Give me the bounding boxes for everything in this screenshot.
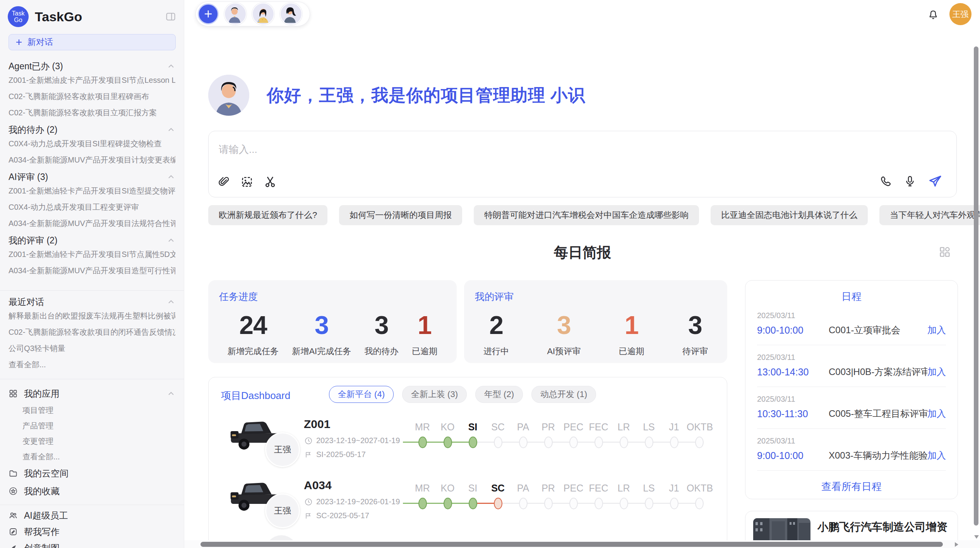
milestone-dot[interactable] <box>444 498 452 509</box>
app-item[interactable]: 项目管理 <box>9 402 175 418</box>
vertical-scrollbar-thumb[interactable] <box>974 46 978 526</box>
suggestion-chip[interactable]: 欧洲新规最近颁布了什么? <box>208 205 327 225</box>
milestone-dot[interactable] <box>469 498 477 509</box>
milestone-dot[interactable] <box>519 437 528 448</box>
sidebar-item[interactable]: A034-全新新能源MUV产品开发项目法规符合性评审 <box>9 215 175 231</box>
join-link[interactable]: 加入 <box>927 408 946 420</box>
sidebar-item[interactable]: A034-全新新能源MUV产品开发项目计划变更表编写 <box>9 152 175 168</box>
milestone-dot[interactable] <box>670 437 678 448</box>
join-link[interactable]: 加入 <box>927 366 946 378</box>
scroll-right-arrow-icon[interactable] <box>955 542 958 547</box>
sidebar-item[interactable]: C02-飞腾新能源轻客改款项目立项汇报方案 <box>9 104 175 121</box>
section-header-recent-chats[interactable]: 最近对话 <box>9 296 175 308</box>
section-header-ai-review[interactable]: AI评审 (3) <box>9 171 175 183</box>
scissors-screenshot-icon[interactable] <box>264 175 277 188</box>
scroll-down-arrow-icon[interactable] <box>974 535 979 539</box>
view-all-schedule-link[interactable]: 查看所有日程 <box>757 471 946 503</box>
suggestion-chip[interactable]: 当下年轻人对汽车外观有怎样的喜好趋势 <box>879 205 980 225</box>
image-upload-icon[interactable] <box>240 175 254 188</box>
notifications-bell-icon[interactable] <box>927 8 939 21</box>
app-item[interactable]: 变更管理 <box>9 433 175 449</box>
milestone-dot[interactable] <box>569 437 578 448</box>
user-avatar[interactable]: 王强 <box>949 3 971 25</box>
my-apps-header[interactable]: 我的应用 <box>9 385 175 402</box>
join-link[interactable]: 加入 <box>927 324 946 336</box>
milestone-dot[interactable] <box>519 498 528 509</box>
add-agent-button[interactable] <box>198 3 219 24</box>
send-icon[interactable] <box>928 174 942 188</box>
sidebar-item[interactable]: C02-飞腾新能源轻客改款项目里程碑画布 <box>9 88 175 104</box>
sidebar-item[interactable]: A034-全新新能源MUV产品开发项目造型可行性评审 <box>9 262 175 279</box>
stat: 24新增完成任务 <box>228 310 279 357</box>
milestone-dot[interactable] <box>494 498 502 509</box>
schedule-item: 2025/03/11 9:00-10:00 C001-立项审批会 加入 <box>757 303 946 345</box>
main-content: 王强 你好，王强，我是你的项目管理助理 小识 请输入... <box>184 0 980 548</box>
horizontal-scrollbar-thumb[interactable] <box>200 542 943 547</box>
milestone-dot[interactable] <box>444 437 452 448</box>
sidebar-item[interactable]: C0X4-动力总成开发项目SI里程碑提交物检查 <box>9 135 175 152</box>
suggestion-chip[interactable]: 如何写一份清晰的项目周报 <box>339 205 462 225</box>
suggestion-chip[interactable]: 特朗普可能对进口汽车增税会对中国车企造成哪些影响 <box>474 205 699 225</box>
tab-model-year[interactable]: 年型 (2) <box>475 386 523 403</box>
write-square-icon <box>9 527 18 536</box>
milestone-dot[interactable] <box>620 498 628 509</box>
milestone-dot[interactable] <box>469 437 477 448</box>
tool-ai-super-staff[interactable]: AI超级员工 <box>9 507 175 524</box>
chat-input[interactable]: 请输入... <box>219 143 257 156</box>
collapse-sidebar-icon[interactable] <box>165 11 176 22</box>
new-chat-button[interactable]: 新对话 <box>9 34 176 50</box>
agent-avatar-woman-icon[interactable] <box>252 3 274 25</box>
recent-chat-item[interactable]: 解释最新出台的欧盟报废车法规再生塑料比例被调至15%... <box>9 308 175 324</box>
project-row[interactable]: 王强 Z001 2023-12-19~2027-01-19 SI-2025-05… <box>209 414 727 472</box>
logo-text-bottom: Go <box>14 17 22 23</box>
section-header-my-review[interactable]: 我的评审 (2) <box>9 235 175 246</box>
sidebar-item[interactable]: C0X4-动力总成开发项目工程变更评审 <box>9 199 175 215</box>
section-header-agent-done[interactable]: Agent已办 (3) <box>9 60 175 72</box>
milestone-dot[interactable] <box>418 498 427 509</box>
agent-avatar-woman2-icon[interactable] <box>280 3 302 25</box>
agent-avatar-man-icon[interactable] <box>224 3 247 25</box>
milestone-dot[interactable] <box>569 498 578 509</box>
tab-new-body[interactable]: 全新上装 (3) <box>402 386 467 403</box>
section-header-my-todo[interactable]: 我的待办 (2) <box>9 124 175 135</box>
milestone-dot[interactable] <box>670 498 678 509</box>
my-cloud-space[interactable]: 我的云空间 <box>9 464 175 482</box>
view-all-apps-link[interactable]: 查看全部... <box>9 449 175 464</box>
milestone-dot[interactable] <box>418 437 427 448</box>
milestone-dot[interactable] <box>645 498 653 509</box>
milestone-dot[interactable] <box>544 498 553 509</box>
assistant-avatar-icon <box>208 75 249 116</box>
milestone-dot[interactable] <box>695 498 704 509</box>
my-favorites[interactable]: 我的收藏 <box>9 482 175 500</box>
recent-chat-item[interactable]: C02-飞腾新能源轻客改款项目的闭环通告反馈情况 <box>9 324 175 340</box>
recent-chat-item[interactable]: 公司Q3轻卡销量 <box>9 340 175 356</box>
suggestion-chip[interactable]: 比亚迪全固态电池计划具体说了什么 <box>711 205 868 225</box>
voice-call-icon[interactable] <box>880 175 892 187</box>
milestone-dot[interactable] <box>494 437 502 448</box>
attachment-paperclip-icon[interactable] <box>218 176 230 188</box>
tool-help-me-write[interactable]: 帮我写作 <box>9 524 175 540</box>
milestone-dot[interactable] <box>595 498 603 509</box>
sidebar-item[interactable]: Z001-全新燃油皮卡产品开发项目SI节点Lesson Learn报告 <box>9 72 175 88</box>
tab-powertrain[interactable]: 动总开发 (1) <box>531 386 596 403</box>
join-link[interactable]: 加入 <box>927 449 946 462</box>
layout-grid-icon[interactable] <box>938 245 951 259</box>
milestone-dot[interactable] <box>595 437 603 448</box>
microphone-icon[interactable] <box>904 175 916 187</box>
chevron-up-icon <box>167 236 175 245</box>
flag-icon <box>305 512 312 520</box>
milestone-dot[interactable] <box>645 437 653 448</box>
sidebar-item[interactable]: Z001-全新燃油轻卡产品开发项目SI节点属性5D文件评审 <box>9 246 175 262</box>
composer: 请输入... <box>208 131 957 197</box>
people-icon <box>9 511 18 520</box>
tab-new-platform[interactable]: 全新平台 (4) <box>329 386 394 403</box>
news-title: 小鹏飞行汽车制造公司增资 <box>817 520 947 534</box>
view-all-chats-link[interactable]: 查看全部... <box>9 356 175 373</box>
milestone-dot[interactable] <box>695 437 704 448</box>
sidebar-item[interactable]: Z001-全新燃油轻卡产品开发项目SI造型提交物评审 <box>9 183 175 199</box>
milestone-dot[interactable] <box>544 437 553 448</box>
milestone-dot[interactable] <box>620 437 628 448</box>
app-item[interactable]: 产品管理 <box>9 418 175 433</box>
project-row[interactable]: 王强 A034 2023-12-19~2026-01-19 SC-2025-05… <box>209 475 727 533</box>
tool-creative-drawing[interactable]: 创意制图 <box>9 540 175 548</box>
